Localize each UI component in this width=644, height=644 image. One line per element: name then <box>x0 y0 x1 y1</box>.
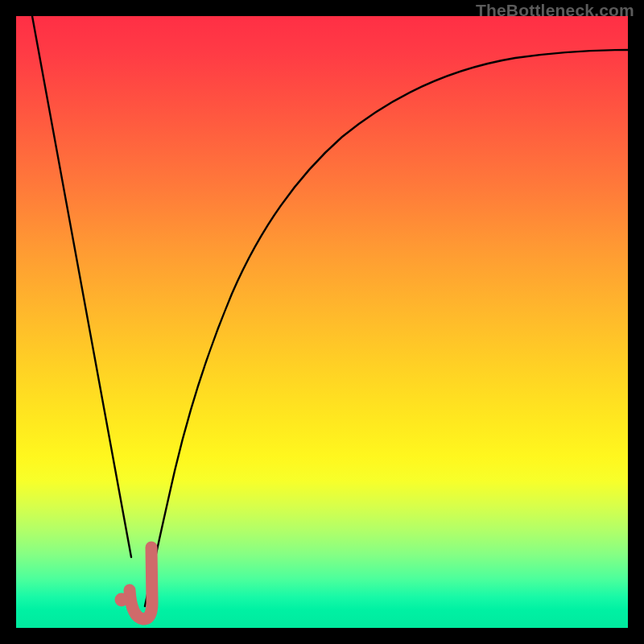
curve-left-branch <box>32 16 131 557</box>
plot-area <box>16 16 628 628</box>
optimum-marker-dot <box>115 593 129 607</box>
bottleneck-curve <box>16 16 628 628</box>
chart-frame: TheBottleneck.com <box>0 0 644 644</box>
optimum-marker-j <box>130 547 152 619</box>
curve-right-branch <box>145 50 628 606</box>
watermark-text: TheBottleneck.com <box>476 1 634 20</box>
